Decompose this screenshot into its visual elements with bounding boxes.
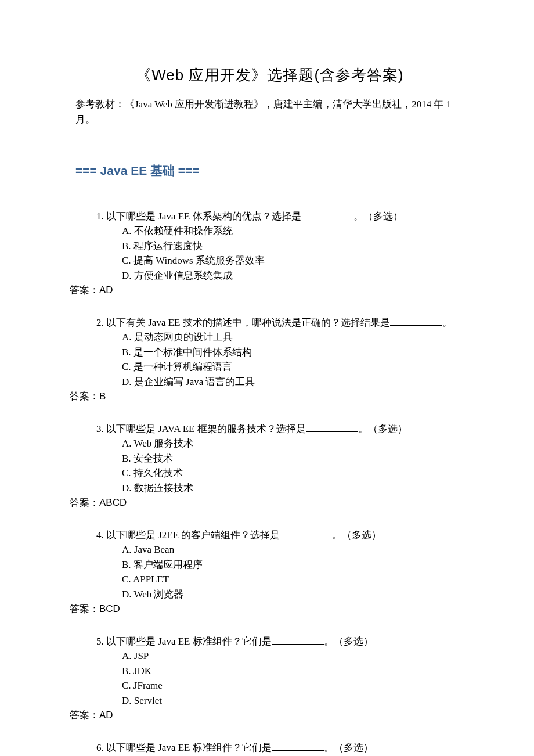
fill-blank — [272, 740, 324, 751]
option: B. JDK — [122, 664, 464, 679]
options-list: A. Web 服务技术B. 安全技术C. 持久化技术D. 数据连接技术 — [75, 436, 464, 495]
question-text: 1. 以下哪些是 Java EE 体系架构的优点？选择是。（多选） — [75, 209, 464, 224]
option: D. Web 浏览器 — [122, 587, 464, 602]
option: A. 不依赖硬件和操作系统 — [122, 224, 464, 239]
option: C. 持久化技术 — [122, 466, 464, 481]
answer-value: AD — [99, 710, 113, 721]
question: 3. 以下哪些是 JAVA EE 框架的服务技术？选择是。（多选）A. Web … — [75, 422, 464, 510]
question-number: 6. — [96, 742, 106, 753]
fill-blank — [306, 422, 358, 432]
options-list: A. JSPB. JDKC. JFrameD. Servlet — [75, 649, 464, 708]
option: C. 是一种计算机编程语言 — [122, 359, 464, 375]
option: D. 方便企业信息系统集成 — [122, 268, 464, 283]
options-list: A. 是动态网页的设计工具B. 是一个标准中间件体系结构C. 是一种计算机编程语… — [75, 330, 464, 389]
option: C. APPLET — [122, 572, 464, 587]
answer-value: BCD — [99, 603, 120, 614]
question: 6. 以下哪些是 Java EE 标准组件？它们是。（多选） — [75, 740, 464, 755]
question-stem-after: 。（多选） — [332, 530, 381, 541]
question: 1. 以下哪些是 Java EE 体系架构的优点？选择是。（多选）A. 不依赖硬… — [75, 209, 464, 298]
question: 5. 以下哪些是 Java EE 标准组件？它们是。（多选）A. JSPB. J… — [75, 634, 464, 723]
question-stem-after: 。（多选） — [353, 211, 403, 222]
answer-prefix: 答案： — [70, 391, 99, 402]
option: A. JSP — [122, 649, 464, 664]
question-stem-before: 以下哪些是 Java EE 标准组件？它们是 — [106, 636, 272, 647]
option: A. 是动态网页的设计工具 — [122, 330, 464, 345]
option: A. Web 服务技术 — [122, 436, 464, 451]
question-text: 5. 以下哪些是 Java EE 标准组件？它们是。（多选） — [75, 634, 464, 649]
question-stem-before: 以下哪些是 Java EE 标准组件？它们是 — [106, 742, 272, 753]
fill-blank — [280, 528, 332, 538]
question-text: 4. 以下哪些是 J2EE 的客户端组件？选择是。（多选） — [75, 528, 464, 543]
option: D. 数据连接技术 — [122, 481, 464, 496]
answer-prefix: 答案： — [70, 603, 99, 614]
answer-value: AD — [99, 285, 113, 296]
fill-blank — [272, 634, 324, 645]
page-title: 《Web 应用开发》选择题(含参考答案) — [75, 64, 464, 87]
options-list: A. 不依赖硬件和操作系统B. 程序运行速度快C. 提高 Windows 系统服… — [75, 224, 464, 283]
answer-prefix: 答案： — [70, 285, 99, 296]
question-text: 3. 以下哪些是 JAVA EE 框架的服务技术？选择是。（多选） — [75, 422, 464, 437]
question: 4. 以下哪些是 J2EE 的客户端组件？选择是。（多选）A. Java Bea… — [75, 528, 464, 617]
options-list: A. Java BeanB. 客户端应用程序C. APPLETD. Web 浏览… — [75, 542, 464, 602]
answer-value: B — [99, 391, 106, 402]
questions-container: 1. 以下哪些是 Java EE 体系架构的优点？选择是。（多选）A. 不依赖硬… — [75, 209, 464, 755]
question-number: 2. — [96, 317, 106, 328]
reference-text: 参考教材：《Java Web 应用开发渐进教程》，唐建平主编，清华大学出版社，2… — [75, 97, 464, 127]
answer-value: ABCD — [99, 497, 127, 508]
question-number: 1. — [96, 211, 106, 222]
section-header: === Java EE 基础 === — [75, 161, 464, 180]
question-number: 3. — [96, 423, 106, 434]
option: A. Java Bean — [122, 542, 464, 557]
answer-line: 答案：B — [70, 389, 464, 404]
question-stem-before: 以下哪些是 Java EE 体系架构的优点？选择是 — [106, 211, 301, 222]
question-stem-after: 。（多选） — [358, 423, 407, 434]
question-text: 6. 以下哪些是 Java EE 标准组件？它们是。（多选） — [75, 740, 464, 755]
fill-blank — [301, 209, 353, 219]
answer-line: 答案：AD — [70, 283, 464, 298]
option: B. 是一个标准中间件体系结构 — [122, 345, 464, 360]
question-stem-after: 。（多选） — [324, 636, 373, 647]
fill-blank — [390, 315, 442, 326]
question-number: 4. — [96, 530, 106, 541]
answer-prefix: 答案： — [70, 710, 99, 721]
option: C. JFrame — [122, 678, 464, 693]
option: B. 程序运行速度快 — [122, 239, 464, 254]
question-stem-before: 以下有关 Java EE 技术的描述中，哪种说法是正确的？选择结果是 — [106, 317, 390, 328]
question: 2. 以下有关 Java EE 技术的描述中，哪种说法是正确的？选择结果是。A.… — [75, 315, 464, 404]
answer-line: 答案：ABCD — [70, 495, 464, 510]
answer-line: 答案：AD — [70, 708, 464, 723]
question-stem-before: 以下哪些是 JAVA EE 框架的服务技术？选择是 — [106, 423, 306, 434]
option: B. 安全技术 — [122, 451, 464, 466]
answer-line: 答案：BCD — [70, 602, 464, 617]
document-page: 《Web 应用开发》选择题(含参考答案) 参考教材：《Java Web 应用开发… — [0, 0, 534, 756]
question-text: 2. 以下有关 Java EE 技术的描述中，哪种说法是正确的？选择结果是。 — [75, 315, 464, 330]
option: D. Servlet — [122, 693, 464, 708]
answer-prefix: 答案： — [70, 497, 99, 508]
question-stem-before: 以下哪些是 J2EE 的客户端组件？选择是 — [106, 530, 280, 541]
question-stem-after: 。 — [442, 317, 452, 328]
question-number: 5. — [96, 636, 106, 647]
question-stem-after: 。（多选） — [324, 742, 373, 753]
option: B. 客户端应用程序 — [122, 557, 464, 573]
option: D. 是企业编写 Java 语言的工具 — [122, 375, 464, 390]
option: C. 提高 Windows 系统服务器效率 — [122, 253, 464, 268]
